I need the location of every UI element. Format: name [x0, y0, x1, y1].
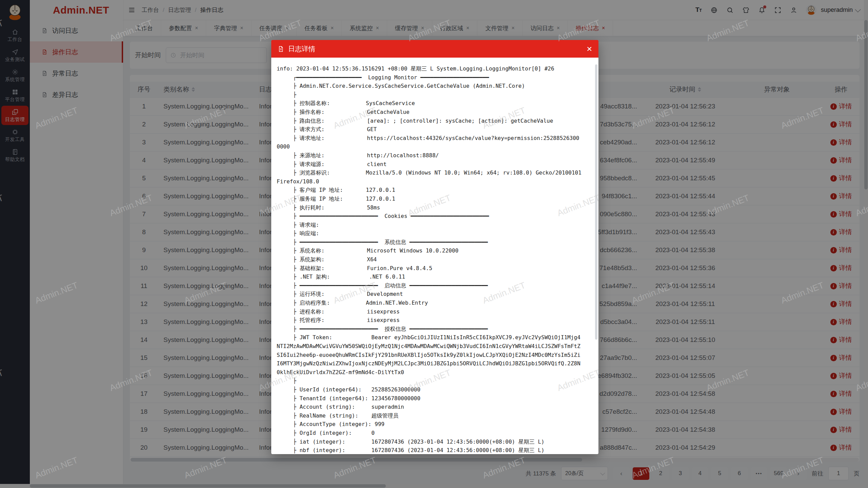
dialog-scrollbar-thumb[interactable] [595, 64, 597, 340]
log-text: info: 2023-01-04 12:55:36.1516291 +08:00… [277, 64, 582, 454]
dialog-title: 日志详情 [288, 44, 315, 54]
document-icon [277, 45, 284, 53]
dialog-body: info: 2023-01-04 12:55:36.1516291 +08:00… [271, 58, 598, 454]
close-icon[interactable]: ✕ [586, 45, 592, 53]
dialog-header: 日志详情 ✕ [271, 40, 598, 58]
log-detail-dialog: 日志详情 ✕ info: 2023-01-04 12:55:36.1516291… [271, 40, 598, 454]
